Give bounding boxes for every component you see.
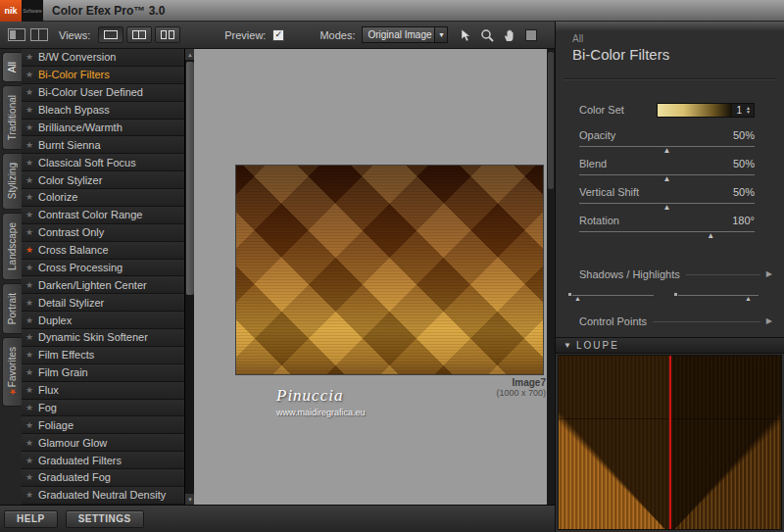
side-by-side-view-button[interactable]	[155, 26, 180, 43]
favorite-star-icon[interactable]: ★	[25, 140, 38, 150]
slider-handle[interactable]: ▲	[745, 295, 752, 303]
filter-list-item[interactable]: ★ Contrast Only	[22, 224, 184, 242]
slider-handle[interactable]: ▲	[663, 174, 671, 183]
spinner-down-icon[interactable]: ▼	[746, 110, 751, 114]
filter-list-item[interactable]: ★ Film Effects	[22, 347, 184, 364]
background-color-chip[interactable]	[525, 29, 537, 41]
filter-list-item[interactable]: ★ Bi-Color Filters	[22, 67, 184, 84]
favorite-star-icon[interactable]: ★	[25, 298, 38, 308]
scrollbar-thumb[interactable]	[186, 62, 194, 295]
zoom-tool-icon[interactable]	[480, 28, 494, 42]
slider-handle[interactable]: ▲	[663, 203, 671, 212]
split-view-button[interactable]	[126, 26, 152, 43]
help-button[interactable]: HELP	[4, 510, 58, 528]
tab-favorites[interactable]: ★Favorites	[2, 337, 22, 407]
favorite-star-icon[interactable]: ★	[25, 332, 38, 342]
favorite-star-icon[interactable]: ★	[25, 70, 38, 79]
favorite-star-icon[interactable]: ★	[25, 350, 38, 360]
filter-list-item[interactable]: ★ Film Grain	[22, 364, 184, 382]
favorite-star-icon[interactable]: ★	[25, 403, 38, 412]
color-set-picker[interactable]: 1 ▲ ▼	[657, 103, 755, 118]
cursor-tool-icon[interactable]	[460, 28, 471, 42]
favorite-star-icon[interactable]: ★	[25, 52, 38, 62]
filter-list-item[interactable]: ★ Colorize	[22, 189, 184, 207]
slider-nub[interactable]	[567, 292, 572, 297]
favorite-star-icon[interactable]: ★	[25, 367, 38, 377]
slider-track[interactable]: ▲	[579, 142, 755, 155]
canvas-scrollbar[interactable]	[547, 49, 555, 505]
single-view-button[interactable]	[98, 26, 123, 43]
favorite-star-icon[interactable]: ★	[25, 122, 38, 132]
expand-arrow-icon[interactable]: ▶	[766, 270, 772, 278]
filter-list-item[interactable]: ★ Cross Balance	[22, 242, 184, 260]
favorite-star-icon[interactable]: ★	[25, 280, 38, 290]
favorite-star-icon[interactable]: ★	[25, 385, 38, 395]
favorite-star-icon[interactable]: ★	[25, 158, 38, 168]
filter-list-item[interactable]: ★ Detail Stylizer	[22, 294, 184, 312]
filter-list-item[interactable]: ★ Fog	[22, 400, 184, 417]
filter-list-item[interactable]: ★ Brilliance/Warmth	[22, 120, 184, 137]
slider-handle[interactable]: ▲	[707, 231, 714, 240]
favorite-star-icon[interactable]: ★	[25, 210, 38, 219]
filter-list-view-icon[interactable]	[8, 28, 25, 41]
filter-list-item[interactable]: ★ Graduated Neutral Density	[22, 487, 184, 505]
favorite-star-icon[interactable]: ★	[25, 438, 38, 448]
filter-list-item[interactable]: ★ Flux	[22, 382, 184, 400]
favorite-star-icon[interactable]: ★	[25, 175, 38, 185]
favorite-star-icon[interactable]: ★	[25, 227, 38, 237]
collapse-arrow-icon[interactable]: ▼	[564, 341, 571, 350]
loupe-view[interactable]	[558, 355, 782, 530]
modes-dropdown[interactable]: Original Image ▼	[362, 26, 448, 43]
favorite-star-icon[interactable]: ★	[25, 87, 38, 97]
filter-list-scrollbar[interactable]: ▲ ▼	[184, 49, 194, 505]
dropdown-arrow-icon[interactable]: ▼	[434, 27, 447, 42]
slider-track[interactable]: ▲	[579, 170, 755, 183]
filter-list-item[interactable]: ★ Duplex	[22, 312, 184, 329]
slider-handle[interactable]: ▲	[574, 295, 581, 303]
tab-portrait[interactable]: Portrait	[2, 283, 22, 334]
slider-track[interactable]: ▲	[579, 199, 755, 212]
favorite-star-icon[interactable]: ★	[25, 105, 38, 115]
highlights-slider[interactable]: ▲	[673, 292, 760, 303]
filter-list-item[interactable]: ★ Color Stylizer	[22, 171, 184, 189]
filter-list-item[interactable]: ★ Burnt Sienna	[22, 136, 184, 154]
filter-list-item[interactable]: ★ Bleach Bypass	[22, 102, 184, 120]
filter-list-item[interactable]: ★ Graduated Fog	[22, 469, 184, 487]
favorite-star-icon[interactable]: ★	[25, 263, 38, 272]
filter-thumbnails-view-icon[interactable]	[30, 28, 48, 41]
color-set-swatch[interactable]	[658, 104, 732, 117]
expand-arrow-icon[interactable]: ▶	[766, 317, 772, 325]
preview-checkbox[interactable]: ✓	[272, 29, 284, 41]
scrollbar-thumb[interactable]	[548, 52, 554, 189]
favorite-star-icon[interactable]: ★	[25, 420, 38, 430]
slider-track[interactable]: ▲	[579, 227, 755, 240]
loupe-header[interactable]: ▼ LOUPE	[556, 337, 784, 354]
slider-handle[interactable]: ▲	[663, 146, 671, 155]
shadows-highlights-section[interactable]: Shadows / Highlights ▶	[579, 268, 772, 280]
favorite-star-icon[interactable]: ★	[25, 245, 38, 255]
filter-list-item[interactable]: ★ Darken/Lighten Center	[22, 276, 184, 294]
favorite-star-icon[interactable]: ★	[25, 472, 38, 482]
slider-nub[interactable]	[673, 292, 678, 297]
filter-list-item[interactable]: ★ Glamour Glow	[22, 434, 184, 452]
filter-list-item[interactable]: ★ Foliage	[22, 416, 184, 434]
filter-list-item[interactable]: ★ B/W Conversion	[22, 49, 184, 67]
filter-list-item[interactable]: ★ Graduated Filters	[22, 452, 184, 469]
filter-list-item[interactable]: ★ Dynamic Skin Softener	[22, 329, 184, 347]
favorite-star-icon[interactable]: ★	[25, 490, 38, 500]
preview-image[interactable]	[235, 165, 544, 375]
favorite-star-icon[interactable]: ★	[25, 315, 38, 325]
shadows-slider[interactable]: ▲	[567, 292, 654, 303]
tab-traditional[interactable]: Traditional	[2, 85, 22, 150]
filter-list-item[interactable]: ★ Contrast Color Range	[22, 207, 184, 224]
tab-landscape[interactable]: Landscape	[2, 213, 22, 280]
filter-list-item[interactable]: ★ Cross Processing	[22, 260, 184, 277]
tab-all[interactable]: All	[2, 52, 22, 82]
pan-hand-tool-icon[interactable]	[503, 28, 516, 42]
tab-stylizing[interactable]: Stylizing	[2, 153, 22, 209]
favorite-star-icon[interactable]: ★	[25, 456, 38, 465]
color-set-spinner[interactable]: ▲ ▼	[746, 106, 754, 114]
favorite-star-icon[interactable]: ★	[25, 192, 38, 202]
filter-list-item[interactable]: ★ Classical Soft Focus	[22, 154, 184, 171]
settings-button[interactable]: SETTINGS	[66, 510, 144, 528]
